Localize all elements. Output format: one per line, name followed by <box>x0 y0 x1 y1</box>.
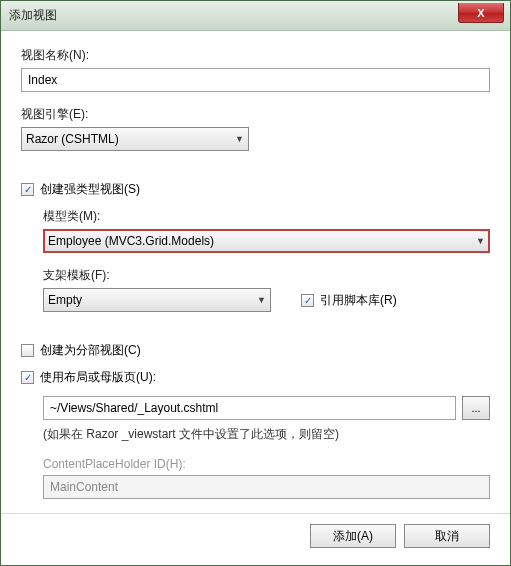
dialog-footer: 添加(A) 取消 <box>21 524 490 548</box>
close-icon: X <box>477 7 484 19</box>
use-layout-row: ✓ 使用布局或母版页(U): <box>21 369 490 386</box>
dialog-window: 添加视图 X 视图名称(N): 视图引擎(E): Razor (CSHTML) … <box>0 0 511 566</box>
strong-typed-label: 创建强类型视图(S) <box>40 181 140 198</box>
strong-typed-checkbox[interactable]: ✓ <box>21 183 34 196</box>
layout-hint: (如果在 Razor _viewstart 文件中设置了此选项，则留空) <box>43 426 490 443</box>
scaffold-label: 支架模板(F): <box>43 267 490 284</box>
model-class-field: 模型类(M): Employee (MVC3.Grid.Models) ▼ <box>43 208 490 253</box>
partial-view-label: 创建为分部视图(C) <box>40 342 141 359</box>
model-class-select[interactable]: Employee (MVC3.Grid.Models) ▼ <box>43 229 490 253</box>
use-layout-label: 使用布局或母版页(U): <box>40 369 156 386</box>
view-name-input[interactable] <box>21 68 490 92</box>
browse-button[interactable]: ... <box>462 396 490 420</box>
ref-scripts-checkbox[interactable]: ✓ <box>301 294 314 307</box>
cancel-button[interactable]: 取消 <box>404 524 490 548</box>
model-class-value: Employee (MVC3.Grid.Models) <box>48 234 214 248</box>
strong-typed-section: 模型类(M): Employee (MVC3.Grid.Models) ▼ 支架… <box>21 208 490 312</box>
partial-view-checkbox[interactable] <box>21 344 34 357</box>
placeholder-input <box>43 475 490 499</box>
separator <box>1 513 510 514</box>
strong-typed-row: ✓ 创建强类型视图(S) <box>21 181 490 198</box>
view-engine-field: 视图引擎(E): Razor (CSHTML) ▼ <box>21 106 490 151</box>
ref-scripts-row: ✓ 引用脚本库(R) <box>301 292 397 309</box>
chevron-down-icon: ▼ <box>257 295 266 305</box>
chevron-down-icon: ▼ <box>476 236 485 246</box>
view-engine-label: 视图引擎(E): <box>21 106 490 123</box>
layout-section: ... (如果在 Razor _viewstart 文件中设置了此选项，则留空)… <box>21 396 490 499</box>
titlebar: 添加视图 X <box>1 1 510 31</box>
layout-path-row: ... <box>43 396 490 420</box>
check-icon: ✓ <box>304 295 312 306</box>
model-class-label: 模型类(M): <box>43 208 490 225</box>
ref-scripts-label: 引用脚本库(R) <box>320 292 397 309</box>
check-icon: ✓ <box>24 372 32 383</box>
view-name-field: 视图名称(N): <box>21 47 490 92</box>
view-name-label: 视图名称(N): <box>21 47 490 64</box>
placeholder-label: ContentPlaceHolder ID(H): <box>43 457 490 471</box>
close-button[interactable]: X <box>458 3 504 23</box>
chevron-down-icon: ▼ <box>235 134 244 144</box>
ellipsis-icon: ... <box>471 402 480 414</box>
add-button[interactable]: 添加(A) <box>310 524 396 548</box>
dialog-content: 视图名称(N): 视图引擎(E): Razor (CSHTML) ▼ ✓ 创建强… <box>1 31 510 560</box>
use-layout-checkbox[interactable]: ✓ <box>21 371 34 384</box>
scaffold-value: Empty <box>48 293 82 307</box>
scaffold-select[interactable]: Empty ▼ <box>43 288 271 312</box>
partial-view-row: 创建为分部视图(C) <box>21 342 490 359</box>
check-icon: ✓ <box>24 184 32 195</box>
dialog-title: 添加视图 <box>9 7 57 24</box>
scaffold-field: 支架模板(F): Empty ▼ ✓ 引用脚本库(R) <box>43 267 490 312</box>
scaffold-row: Empty ▼ ✓ 引用脚本库(R) <box>43 288 490 312</box>
layout-path-input[interactable] <box>43 396 456 420</box>
view-engine-select[interactable]: Razor (CSHTML) ▼ <box>21 127 249 151</box>
view-engine-value: Razor (CSHTML) <box>26 132 119 146</box>
